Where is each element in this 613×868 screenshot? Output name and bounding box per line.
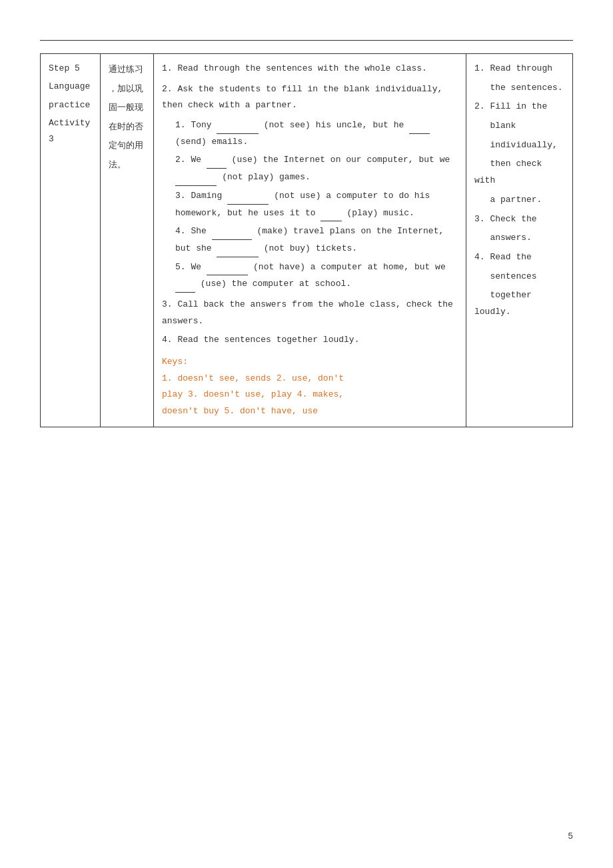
chinese-line5: 定句的用	[109, 137, 145, 156]
right-content-cell: 1. Read through the sentences. 2. Fill i…	[466, 54, 573, 427]
chinese-line1: 通过练习	[109, 61, 145, 80]
chinese-cell: 通过练习 ，加以巩 固一般现 在时的否 定句的用 法。	[101, 54, 154, 427]
keys-label: Keys:	[162, 354, 458, 371]
activity-label: Activity 3	[49, 115, 92, 147]
right-item-3b: answers.	[474, 230, 564, 247]
right-item-2a: 2. Fill in the	[474, 99, 564, 115]
blank-1a	[217, 117, 258, 134]
blank-5a	[207, 259, 248, 276]
step-cell: Step 5 Language practice Activity 3	[41, 54, 101, 427]
chinese-text: 通过练习 ，加以巩 固一般现 在时的否 定句的用 法。	[109, 61, 145, 175]
instruction-4: 4. Read the sentences together loudly.	[162, 332, 458, 349]
chinese-line3: 固一般现	[109, 99, 145, 118]
exercise-5: 5. We (not have) a computer at home, but…	[175, 259, 458, 293]
blank-1b	[409, 117, 430, 134]
main-content-cell: 1. Read through the sentences with the w…	[154, 54, 466, 427]
instruction-1: 1. Read through the sentences with the w…	[162, 61, 458, 77]
exercise-1: 1. Tony (not see) his uncle, but he (sen…	[175, 117, 458, 150]
right-item-1b: the sentences.	[474, 80, 564, 97]
practice-label: practice	[49, 97, 92, 113]
right-item-4a: 4. Read the	[474, 249, 564, 266]
exercise-3: 3. Daming (not use) a computer to do his…	[175, 187, 458, 221]
main-content: 1. Read through the sentences with the w…	[162, 61, 458, 420]
chinese-line4: 在时的否	[109, 118, 145, 137]
blank-4a	[212, 223, 252, 240]
instruction-2: 2. Ask the students to fill in the blank…	[162, 81, 458, 114]
right-item-1a: 1. Read through	[474, 61, 564, 77]
chinese-line6: 法。	[109, 156, 145, 175]
keys-line1: 1. doesn't see, sends 2. use, don't	[162, 371, 458, 387]
blank-2a	[207, 151, 227, 169]
right-item-4c: together loudly.	[474, 287, 564, 320]
instruction-3: 3. Call back the answers from the whole …	[162, 297, 458, 329]
blank-3a	[227, 187, 269, 205]
step-label: Step 5	[49, 61, 92, 76]
right-col-content: 1. Read through the sentences. 2. Fill i…	[474, 61, 564, 321]
right-item-2c: individually,	[474, 137, 564, 154]
lesson-table: Step 5 Language practice Activity 3 通过练习…	[40, 53, 573, 427]
keys-section: Keys: 1. doesn't see, sends 2. use, don'…	[162, 354, 458, 420]
right-item-4b: sentences	[474, 269, 564, 285]
right-item-2e: a partner.	[474, 192, 564, 209]
blank-5b	[175, 275, 195, 293]
top-rule	[40, 40, 573, 41]
right-item-2b: blank	[474, 118, 564, 135]
blank-4b	[217, 240, 258, 257]
exercise-2: 2. We (use) the Internet on our computer…	[175, 151, 458, 185]
blank-3b	[320, 205, 341, 222]
language-label: Language	[49, 79, 92, 94]
exercise-4: 4. She (make) travel plans on the Intern…	[175, 223, 458, 257]
blank-2b	[175, 169, 217, 186]
keys-line3: doesn't buy 5. don't have, use	[162, 403, 458, 420]
page-number: 5	[568, 831, 573, 841]
right-item-3a: 3. Check the	[474, 211, 564, 228]
right-item-2d: then check with	[474, 156, 564, 189]
chinese-line2: ，加以巩	[109, 80, 145, 99]
keys-line2: play 3. doesn't use, play 4. makes,	[162, 387, 458, 403]
